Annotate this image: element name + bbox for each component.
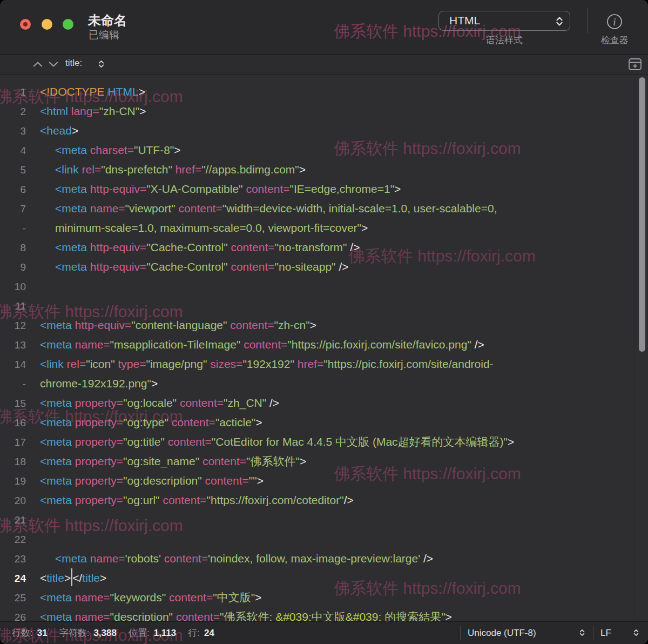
code-line[interactable]: 16<meta property="og:type" content="acti… — [0, 413, 634, 432]
syntax-style-popup[interactable]: HTML — [438, 11, 570, 31]
code-line[interactable]: 6<meta http-equiv="X-UA-Compatible" cont… — [0, 179, 634, 199]
prev-element-button[interactable] — [33, 62, 43, 67]
code-token: <meta — [55, 552, 87, 565]
line-number: 23 — [0, 549, 26, 569]
code-token: /> — [347, 241, 360, 253]
code-line[interactable]: 7<meta name="viewport" content="width=de… — [0, 199, 634, 218]
code-token: rel= — [79, 163, 101, 176]
status-stat-label: 行数: — [12, 628, 33, 638]
status-divider — [593, 626, 593, 640]
code-token: > — [508, 435, 514, 448]
code-token: "UTF-8" — [134, 144, 174, 156]
code-line[interactable]: 20<meta property="og:url" content="https… — [0, 491, 634, 510]
code-token: http-equiv= — [87, 260, 146, 273]
code-token: "og:locale" — [123, 397, 177, 409]
code-line[interactable]: 12<meta http-equiv="content-language" co… — [0, 316, 634, 335]
code-token: > — [255, 416, 262, 428]
code-token: charset= — [87, 144, 134, 156]
close-button[interactable] — [20, 19, 31, 30]
code-line[interactable]: -chrome-192x192.png"> — [0, 374, 634, 393]
code-token: 中文版 — [312, 611, 346, 621]
code-line[interactable]: 18<meta property="og:site_name" content=… — [0, 452, 634, 471]
code-token: property= — [72, 474, 123, 487]
code-line-text: <link rel="dns-prefetch" href="//apps.bd… — [55, 163, 306, 176]
code-line[interactable]: 25<meta name="keywords" content="中文版"> — [0, 588, 634, 607]
code-token: "width=device-width, initial-scale=1.0, … — [222, 202, 497, 214]
code-token: content= — [240, 338, 287, 351]
line-number: 9 — [0, 258, 26, 277]
code-line[interactable]: 5<link rel="dns-prefetch" href="//apps.b… — [0, 160, 634, 179]
code-line[interactable]: 14<link rel="icon" type="image/png" size… — [0, 354, 634, 374]
code-line-text: <meta property="og:title" content="CotEd… — [40, 435, 514, 448]
code-line-text: <meta property="og:description" content=… — [40, 474, 264, 487]
code-token: content= — [168, 416, 215, 428]
code-token: "192x192" — [242, 358, 294, 370]
split-editor-button[interactable] — [628, 58, 642, 71]
code-line[interactable]: 19<meta property="og:description" conten… — [0, 471, 634, 491]
encoding-stepper-icon — [579, 628, 585, 637]
code-line[interactable]: 4<meta charset="UTF-8"> — [0, 140, 634, 160]
code-token: "dns-prefetch" — [101, 163, 172, 176]
inspector-info-icon[interactable]: i — [606, 13, 623, 30]
code-line[interactable]: 26<meta name="description" content="佛系软件… — [0, 607, 634, 621]
code-token: > — [72, 124, 78, 137]
code-token: > — [139, 105, 146, 117]
status-stat-value: 3,388 — [93, 628, 117, 638]
code-line[interactable]: 17<meta property="og:title" content="Cot… — [0, 432, 634, 452]
code-line[interactable]: 2<html lang="zh-CN"> — [0, 102, 634, 121]
code-line[interactable]: 8<meta http-equiv="Cache-Control" conten… — [0, 238, 634, 257]
code-line[interactable]: 15<meta property="og:locale" content="zh… — [0, 393, 634, 413]
code-token: "og:type" — [123, 416, 168, 428]
line-number: 11 — [0, 297, 26, 316]
code-line[interactable]: 1<!DOCTYPE HTML> — [0, 82, 634, 102]
code-area[interactable]: 1<!DOCTYPE HTML>2<html lang="zh-CN">3<he… — [0, 82, 634, 621]
line-number: 20 — [0, 491, 26, 511]
minimize-button[interactable] — [42, 19, 52, 30]
code-token: <meta — [40, 474, 72, 487]
code-line[interactable]: 9<meta http-equiv="Cache-Control" conten… — [0, 257, 634, 277]
next-element-button[interactable] — [49, 62, 58, 67]
code-line[interactable]: 13<meta name="msapplication-TileImage" c… — [0, 335, 634, 354]
line-number: 8 — [0, 238, 26, 258]
code-line[interactable]: 24<title></title> — [0, 568, 634, 588]
outline-path-menu[interactable]: title: — [65, 58, 82, 69]
toolbar-divider — [587, 8, 588, 33]
code-token: > — [151, 377, 158, 390]
code-token: "image/png" — [146, 358, 207, 370]
encoding-popup[interactable]: Unicode (UTF-8) — [468, 622, 536, 644]
code-token: <meta — [40, 338, 72, 351]
code-token: content= — [228, 260, 275, 273]
status-stat-label: 字符数: — [59, 628, 90, 638]
code-line[interactable]: 22 — [0, 529, 634, 549]
status-stats: 行数:31字符数:3,388位置:1,113行:24 — [12, 622, 226, 644]
scrollbar-thumb[interactable] — [639, 77, 645, 352]
code-token: > — [64, 572, 71, 584]
code-line[interactable]: 11 — [0, 296, 634, 316]
code-line-text: <meta name="description" content="佛系软件: … — [40, 611, 452, 621]
line-ending-popup[interactable]: LF — [600, 622, 611, 644]
line-number: - — [0, 219, 26, 238]
code-token: "X-UA-Compatible" — [146, 183, 242, 195]
status-stat-value: 24 — [204, 628, 214, 638]
line-number: 2 — [0, 102, 26, 122]
code-token: "佛系软件: — [220, 611, 275, 621]
code-line[interactable]: 10 — [0, 277, 634, 296]
code-token: <meta — [55, 202, 87, 214]
code-line[interactable]: -minimum-scale=1.0, maximum-scale=0.0, v… — [0, 218, 634, 238]
line-number: - — [0, 374, 26, 394]
code-line[interactable]: 23<meta name='robots' content='noindex, … — [0, 549, 634, 568]
code-token: "zh-cn" — [274, 319, 309, 331]
text-editor[interactable]: 1<!DOCTYPE HTML>2<html lang="zh-CN">3<he… — [0, 75, 648, 621]
code-line-text: <meta http-equiv="Cache-Control" content… — [55, 241, 360, 253]
code-line[interactable]: 21 — [0, 510, 634, 529]
code-line-text: <meta property="og:url" content="https:/… — [40, 494, 354, 506]
code-line[interactable]: 3<head> — [0, 121, 634, 140]
zoom-button[interactable] — [63, 19, 73, 30]
code-line-text: <meta property="og:type" content="acticl… — [40, 416, 262, 428]
code-token: "no-transform" — [275, 241, 347, 253]
code-token: "og:title" — [123, 435, 165, 448]
scrollbar-track[interactable] — [634, 75, 648, 621]
code-token: name= — [72, 591, 110, 603]
code-token: <meta — [40, 435, 72, 448]
code-token: <meta — [40, 397, 72, 409]
